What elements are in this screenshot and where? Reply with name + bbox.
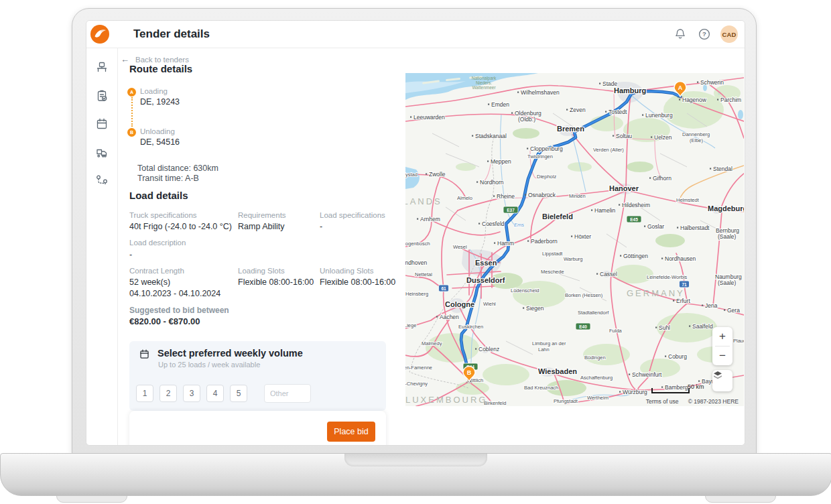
fleet-trucks-icon: [95, 145, 109, 159]
loading-label: Loading: [140, 87, 168, 95]
map-label: Lunenburg: [645, 112, 673, 119]
map-label: NETHERLANDS: [405, 196, 442, 206]
help-icon[interactable]: ?: [698, 27, 711, 41]
terms-of-use-link[interactable]: Terms of use: [646, 398, 679, 405]
suggested-bid-value: €820.00 - €870.00: [129, 316, 200, 326]
sidebar-item-fleet[interactable]: [86, 138, 117, 166]
zoom-out-button[interactable]: −: [712, 346, 732, 365]
layers-icon: [712, 370, 723, 381]
map-label: Arnhem: [420, 216, 440, 223]
map-label: Gera: [727, 307, 740, 314]
marker-a-badge: A: [127, 88, 136, 97]
bell-icon[interactable]: [674, 27, 687, 41]
map-label: Wertheim: [587, 395, 609, 401]
laptop-base: [0, 453, 831, 496]
map-label: (Oldb.): [518, 116, 535, 123]
map-label: Stadskanaal: [475, 133, 507, 139]
map-label: (Saale): [718, 233, 737, 240]
map-label: Libramont-Chevigny: [405, 381, 428, 387]
volume-subtitle: Up to 25 loads / week available: [158, 361, 260, 369]
field-label: Contract Length: [129, 267, 184, 275]
map-label: Hamm: [497, 240, 514, 247]
map-label: Suhl: [659, 324, 670, 331]
field-label: Requirements: [238, 211, 286, 219]
volume-options-row: 12345: [136, 384, 311, 403]
sidebar-item-calendar[interactable]: [86, 110, 117, 138]
map-label: Diepholz: [537, 174, 556, 180]
map-label: Verden (Aller): [593, 147, 624, 153]
svg-text:A: A: [678, 84, 683, 91]
field-label: Load specifications: [320, 211, 385, 219]
map-label: Limburg an der: [532, 340, 566, 346]
map-label: Nordhorn: [480, 179, 504, 186]
app-logo-icon[interactable]: [90, 25, 109, 44]
map-label: Hildesheim: [622, 202, 650, 208]
svg-text:E37: E37: [507, 208, 515, 212]
map-attribution: Terms of use © 1987-2023 HERE: [638, 398, 739, 405]
map-label: Eindhoven: [405, 259, 427, 266]
route-pins-icon: [95, 174, 109, 187]
loading-value: DE, 19243: [140, 97, 180, 107]
sidebar-item-tenders[interactable]: [86, 82, 117, 110]
map-label: Essen: [475, 259, 497, 267]
map-label: Büdingen: [584, 355, 606, 361]
map-label: Liege: [405, 322, 416, 328]
map-label: Soltau: [616, 133, 632, 139]
volume-option-1[interactable]: 1: [136, 385, 153, 402]
map-label: Euskirchen: [458, 324, 483, 330]
map-label: Hanover: [609, 184, 639, 192]
map-label: Warburg: [564, 256, 582, 262]
route-map[interactable]: E45E37E40E446171 NationalparkNieders.Wat…: [405, 73, 744, 406]
map-label: Almelo: [457, 195, 472, 201]
map-label: Schweinfurt: [632, 371, 662, 378]
map-label: Zeven: [570, 107, 586, 113]
suggested-bid-label: Suggested to bid between: [129, 306, 229, 315]
map-layers-button[interactable]: [712, 370, 732, 391]
map-label: Nieders.: [476, 80, 492, 85]
map-label: Schwerin: [700, 79, 724, 86]
volume-option-5[interactable]: 5: [230, 385, 247, 402]
map-label: Dannenberg: [682, 131, 710, 137]
map-label: Wiehl: [483, 301, 496, 307]
transit-time: Transit time: A-B: [137, 174, 199, 183]
laptop-screen: Tender details ? CAD: [72, 8, 757, 454]
field-value: 52 week(s): [129, 277, 170, 287]
svg-text:B: B: [467, 369, 472, 376]
volume-other-input[interactable]: [264, 384, 311, 403]
field-value: Ramp Ability: [238, 222, 284, 231]
map-label: Hamelin: [594, 207, 615, 214]
map-label: Saalfeld: [692, 323, 713, 330]
marker-b-badge: B: [127, 128, 136, 137]
map-label: Goslar: [647, 223, 664, 230]
sidebar-item-tracking[interactable]: [86, 166, 117, 194]
map-label: Cloppenburg: [530, 145, 563, 152]
map-label: Coburg: [668, 353, 687, 360]
map-label: Lelystad: [405, 172, 418, 178]
calendar-icon: [139, 349, 150, 360]
zoom-in-button[interactable]: +: [712, 327, 732, 346]
place-bid-button[interactable]: Place bid: [327, 422, 375, 442]
volume-option-2[interactable]: 2: [159, 385, 177, 402]
field-value: 04.10.2023 - 04.10.2024: [129, 289, 220, 298]
svg-text:E40: E40: [579, 324, 587, 329]
volume-heading: Select preferred weekly volume: [157, 348, 303, 359]
network-icon: [95, 61, 109, 74]
volume-option-3[interactable]: 3: [183, 385, 200, 402]
map-scale-bar: [651, 388, 690, 393]
map-label: (Saale): [718, 279, 737, 286]
sidebar-item-network[interactable]: [86, 54, 117, 82]
map-label: Nettetal: [415, 271, 432, 277]
map-label: Lüdenscheid: [511, 288, 539, 294]
unloading-label: Unloading: [140, 127, 175, 135]
field-value: Flexible 08:00-16:00: [238, 277, 314, 287]
map-label: Bielefeld: [542, 212, 573, 220]
map-label: Paderborn: [531, 238, 558, 245]
map-label: Meschede: [541, 269, 564, 275]
map-label: Siegen: [526, 305, 544, 312]
map-label: Halberstadt: [680, 225, 710, 231]
avatar[interactable]: CAD: [720, 25, 738, 43]
volume-option-4[interactable]: 4: [206, 385, 224, 402]
laptop-notch: [344, 454, 487, 466]
map-label: Leeuwarden: [413, 114, 445, 121]
map-label: Malmedy: [422, 340, 442, 346]
